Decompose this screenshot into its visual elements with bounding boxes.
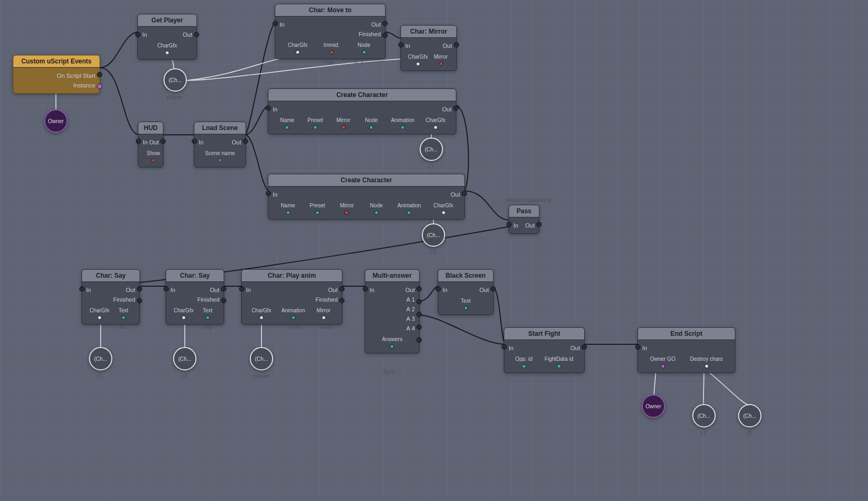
node-say-1[interactable]: Char: Say InOut Finished CharGfx Text bbox=[81, 269, 140, 325]
node-end-script[interactable]: End Script In Owner GO Destroy chars bbox=[637, 327, 735, 373]
bubble-play[interactable]: (Ch... bbox=[250, 347, 273, 370]
bubble-end-c2[interactable]: (Ch... bbox=[738, 404, 761, 427]
node-play-anim[interactable]: Char: Play anim InOut Finished CharGfx A… bbox=[241, 269, 342, 325]
bubble-owner[interactable]: Owner bbox=[44, 109, 68, 133]
node-create-char-1[interactable]: Create Character InOut Name Preset Mirro… bbox=[268, 88, 456, 134]
node-create-char-2[interactable]: Create Character InOut Name Preset Mirro… bbox=[268, 174, 465, 220]
node-custom-events[interactable]: Custom uScript Events On Script Start In… bbox=[13, 55, 100, 94]
bubble-c1[interactable]: (Ch... bbox=[420, 138, 443, 161]
node-move-to[interactable]: Char: Move to InOut Finished CharGfx Imm… bbox=[275, 4, 386, 59]
comment-note: Начало диалога bbox=[506, 197, 551, 203]
bubble-player[interactable]: (Ch... bbox=[163, 68, 187, 92]
bubble-say1[interactable]: (Ch... bbox=[89, 347, 112, 370]
node-say-2[interactable]: Char: Say InOut Finished CharGfx Text bbox=[166, 269, 224, 325]
bubble-owner-2[interactable]: Owner bbox=[642, 394, 665, 418]
node-pass[interactable]: Pass InOut bbox=[509, 205, 539, 234]
bubble-say2[interactable]: (Ch... bbox=[173, 347, 196, 370]
node-get-player[interactable]: Get Player InOut CharGfx bbox=[137, 14, 197, 60]
bubble-end-c1[interactable]: (Ch... bbox=[692, 404, 716, 427]
bubble-c2[interactable]: (Ch... bbox=[422, 223, 445, 247]
node-multi-answer[interactable]: Multi-answer InOut A 1 A 2 A 3 A 4 Answe… bbox=[365, 269, 420, 353]
node-title: Custom uScript Events bbox=[13, 55, 100, 68]
node-title: Get Player bbox=[138, 14, 196, 27]
